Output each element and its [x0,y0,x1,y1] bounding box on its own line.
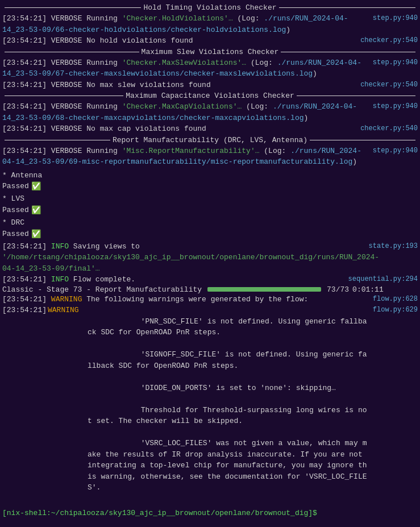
log-message: No max cap violations found [86,125,206,133]
log-link[interactable]: '/home/rtsang/chipalooza/sky130_ajc_ip__… [2,253,379,273]
lvs-passed-line: Passed ✅ [2,205,418,215]
log-message: Flow complete. [73,275,135,284]
warn-line-5: 'VSRC_LOC_FILES' was not given a value, … [88,439,367,492]
timestamp: [23:54:21] [2,81,47,89]
log-line-no-cap: [23:54:21] VERBOSE No max cap violations… [2,123,418,135]
timestamp: [23:54:21] [2,102,47,111]
log-link[interactable]: 'Checker.MaxSlewViolations'… [122,59,246,67]
log-link[interactable]: 'Misc.ReportManufacturability'… [122,147,260,155]
log-message: Running [86,147,122,155]
warn-line-3: 'DIODE_ON_PORTS' is set to 'none': skipp… [141,384,336,392]
log-message: Running [86,14,122,23]
timestamp: [23:54:21] [2,295,47,304]
timestamp: [23:54:21] [2,14,47,23]
file-ref[interactable]: step.py:940 [373,146,418,156]
warn-line-1: 'PNR_SDC_FILE' is not defined. Using gen… [88,317,367,337]
antenna-status: * Antenna Passed ✅ [2,170,418,192]
log-message: The following warnings were generated by… [86,295,308,304]
file-ref[interactable]: flow.py:629 [373,305,418,315]
log-level: VERBOSE [51,102,86,111]
stage-progress: Classic - Stage 73 - Report Manufacturab… [2,285,418,294]
log-level: WARNING [51,295,86,304]
log-line-flow-complete: [23:54:21] INFO Flow complete. sequentia… [2,274,418,285]
timestamp: [23:54:21] [2,275,47,284]
antenna-passed-text: Passed [2,182,29,190]
log-line-cap-run: [23:54:21] VERBOSE Running 'Checker.MaxC… [2,101,418,123]
progress-bar-fill [207,287,321,292]
lvs-label: * LVS [2,193,418,205]
log-message: No max slew violations found [86,81,210,89]
log-line-mfg-run: [23:54:21] VERBOSE Running 'Misc.ReportM… [2,146,418,168]
log-link[interactable]: 'Checker.HoldViolations'… [122,14,233,23]
terminal: Hold Timing Violations Checker [23:54:21… [0,0,420,520]
lvs-passed-text: Passed [2,206,29,214]
file-ref[interactable]: sequential.py:294 [348,274,418,284]
drc-label: * DRC [2,217,418,229]
log-line-saving: [23:54:21] INFO Saving views to '/home/r… [2,241,418,275]
log-level: VERBOSE [51,81,86,89]
file-ref[interactable]: step.py:940 [373,13,418,23]
antenna-label: * Antenna [2,170,418,182]
warn-line-2: 'SIGNOFF_SDC_FILE' is not defined. Using… [88,350,367,370]
log-line-no-hold: [23:54:21] VERBOSE No hold violations fo… [2,35,418,47]
progress-bar-container [207,287,321,292]
file-ref[interactable]: checker.py:540 [360,35,418,45]
log-level: VERBOSE [51,147,86,155]
drc-passed-line: Passed ✅ [2,229,418,239]
log-message: Running [86,59,122,67]
log-line-hold-run: [23:54:21] VERBOSE Running 'Checker.Hold… [2,13,418,35]
file-ref[interactable]: state.py:193 [369,241,418,251]
log-link[interactable]: 'Checker.MaxCapViolations'… [122,102,242,111]
timestamp: [23:54:21] [2,36,47,45]
log-level: WARNING [48,305,88,316]
warn-line-4: Threshold for Threshold-surpassing long … [88,406,367,426]
timestamp: [23:54:21] [2,242,47,251]
log-line-slew-run: [23:54:21] VERBOSE Running 'Checker.MaxS… [2,57,418,80]
divider-max-slew: Maximum Slew Violations Checker [2,48,418,56]
file-ref[interactable]: flow.py:628 [373,294,418,304]
drc-passed-text: Passed [2,230,29,238]
log-line-no-slew: [23:54:21] VERBOSE No max slew violation… [2,80,418,91]
divider-max-cap: Maximum Capacitance Violations Checker [2,92,418,100]
log-message: Running [86,102,122,111]
file-ref[interactable]: checker.py:540 [360,123,418,134]
timestamp: [23:54:21] [2,305,48,316]
log-level: INFO [51,242,73,251]
log-level: INFO [51,275,73,284]
divider-report-mfg: Report Manufacturability (DRC, LVS, Ante… [2,136,418,144]
timestamp: [23:54:21] [2,147,47,155]
timestamp: [23:54:21] [2,125,47,133]
file-ref[interactable]: step.py:940 [373,101,418,111]
divider-hold-timing: Hold Timing Violations Checker [2,3,418,12]
lvs-checkmark: ✅ [31,205,41,215]
antenna-passed-line: Passed ✅ [2,181,418,191]
stage-time: 0:01:11 [352,285,384,294]
log-level: VERBOSE [51,14,86,23]
log-message: Saving views to [73,242,140,251]
file-ref[interactable]: step.py:940 [373,57,418,68]
log-level: VERBOSE [51,125,86,133]
drc-checkmark: ✅ [31,229,41,239]
timestamp: [23:54:21] [2,59,47,67]
shell-prompt: [nix-shell:~/chipalooza/sky130_ajc_ip__b… [2,509,418,517]
log-line-warn-header: [23:54:21] WARNING The following warning… [2,294,418,305]
stage-count: 73/73 [327,285,349,294]
log-line-warn-body: [23:54:21] WARNING 'PNR_SDC_FILE' is not… [2,305,418,504]
antenna-checkmark: ✅ [31,181,41,191]
stage-label: Classic - Stage 73 - Report Manufacturab… [2,285,202,294]
file-ref[interactable]: checker.py:540 [360,80,418,90]
log-message: No hold violations found [86,36,193,45]
drc-status: * DRC Passed ✅ [2,217,418,239]
log-level: VERBOSE [51,59,86,67]
log-level: VERBOSE [51,36,86,45]
lvs-status: * LVS Passed ✅ [2,193,418,215]
